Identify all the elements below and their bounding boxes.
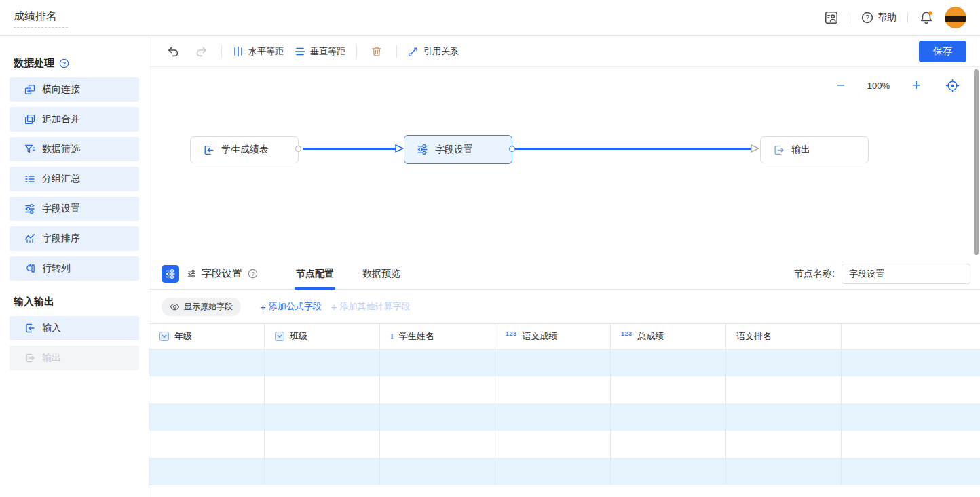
column-header-student-name[interactable]: I 学生姓名 (380, 324, 495, 349)
column-header-class[interactable]: 班级 (265, 324, 380, 349)
column-header-grade[interactable]: 年级 (149, 324, 265, 349)
table-cell (726, 458, 842, 485)
button-label: 引用关系 (423, 45, 459, 58)
vertical-equal-spacing-button[interactable]: 垂直等距 (295, 45, 345, 58)
table-cell (495, 458, 611, 485)
input-icon (24, 323, 35, 334)
item-label: 行转列 (42, 262, 71, 275)
group-summary-icon (24, 174, 35, 184)
table-header-row: 年级 班级 I 学生姓名 123 语文成绩 123 总成绩 (149, 323, 980, 349)
help-button[interactable]: ? 帮助 (861, 12, 897, 24)
add-formula-field-button[interactable]: + 添加公式字段 (260, 300, 322, 313)
tab-data-preview[interactable]: 数据预览 (362, 258, 400, 290)
table-cell (726, 376, 842, 403)
column-header-chinese-score[interactable]: 123 语文成绩 (495, 324, 611, 349)
item-label: 数据筛选 (42, 143, 80, 155)
column-label: 语文成绩 (523, 330, 558, 342)
node-output[interactable]: 输出 (760, 136, 869, 163)
help-label: 帮助 (878, 12, 897, 24)
column-label: 班级 (290, 330, 307, 342)
item-label: 字段排序 (42, 233, 80, 245)
zoom-in-icon[interactable]: + (909, 78, 924, 93)
table-row (149, 403, 980, 431)
sidebar-section-data-processing: 数据处理 ? (14, 57, 139, 70)
table-cell (842, 458, 980, 485)
user-avatar[interactable] (945, 7, 966, 28)
sidebar-item-output: 输出 (10, 346, 139, 370)
panel-title: 字段设置 (202, 267, 242, 280)
document-title[interactable]: 成绩排名 (14, 8, 68, 28)
column-header-total-score[interactable]: 123 总成绩 (611, 324, 726, 349)
sidebar-item-horizontal-join[interactable]: 横向连接 (10, 77, 139, 102)
table-cell (611, 376, 726, 403)
table-cell (611, 403, 726, 431)
row-to-column-icon (24, 263, 35, 274)
table-cell (380, 376, 495, 403)
sidebar-item-data-filter[interactable]: 数据筛选 (10, 137, 139, 161)
table-row (149, 376, 980, 403)
tab-node-config[interactable]: 节点配置 (296, 258, 334, 290)
table-row (149, 431, 980, 458)
table-body (149, 349, 980, 485)
panel-header: 字段设置 ? 节点配置 数据预览 节点名称: (149, 258, 980, 290)
canvas-scrollbar[interactable] (974, 69, 979, 255)
table-cell (842, 431, 980, 458)
toggle-label: 显示原始字段 (184, 301, 233, 313)
text-field-icon: I (390, 331, 394, 342)
dropdown-field-icon (275, 332, 284, 341)
table-cell (842, 349, 980, 376)
topbar-actions: ? 帮助 (824, 7, 966, 28)
node-field-settings[interactable]: 字段设置 (404, 135, 512, 164)
column-label: 年级 (174, 330, 192, 342)
table-footer-filler (149, 485, 980, 496)
table-cell (149, 349, 265, 376)
delete-node-icon[interactable] (368, 43, 385, 60)
divider (221, 45, 222, 58)
show-original-fields-toggle[interactable]: 显示原始字段 (162, 298, 241, 316)
save-button[interactable]: 保存 (919, 41, 966, 62)
undo-icon[interactable] (164, 43, 182, 60)
locate-center-icon[interactable] (945, 79, 960, 93)
item-label: 追加合并 (42, 113, 80, 125)
panel-help-icon[interactable]: ? (248, 269, 258, 279)
redo-icon[interactable] (193, 43, 210, 60)
sidebar-item-input[interactable]: 输入 (10, 316, 139, 340)
table-cell (265, 403, 380, 431)
edge-fieldsettings-to-output (515, 148, 751, 150)
divider (850, 12, 850, 23)
table-cell (265, 376, 380, 403)
add-other-calc-field-button: + 添加其他计算字段 (331, 300, 411, 313)
table-cell (380, 431, 495, 458)
sidebar-item-append-merge[interactable]: 追加合并 (10, 107, 139, 132)
section-help-icon[interactable]: ? (59, 58, 69, 68)
node-name-input[interactable] (842, 264, 970, 284)
horizontal-spacing-icon (233, 46, 244, 57)
directory-icon[interactable] (824, 10, 839, 25)
svg-text:?: ? (62, 60, 66, 67)
zoom-out-icon[interactable]: − (833, 78, 848, 93)
sidebar-item-field-sort[interactable]: 字段排序 (10, 226, 139, 251)
reference-relation-button[interactable]: 引用关系 (408, 45, 459, 58)
column-header-chinese-rank[interactable]: 语文排名 (726, 324, 842, 349)
output-port[interactable] (295, 146, 301, 152)
eye-icon (170, 302, 180, 312)
panel-tabs: 节点配置 数据预览 (296, 258, 400, 290)
flow-canvas[interactable]: − 100% + 学生成绩表 字段设置 (149, 67, 980, 258)
flow-toolbar: 水平等距 垂直等距 引用关系 保存 (149, 36, 980, 67)
table-cell (495, 349, 611, 376)
node-student-score-table[interactable]: 学生成绩表 (190, 136, 299, 163)
button-label: 添加公式字段 (269, 300, 322, 313)
notification-bell-icon[interactable] (919, 10, 934, 25)
horizontal-equal-spacing-button[interactable]: 水平等距 (233, 45, 284, 58)
output-icon (773, 144, 785, 156)
sidebar-item-group-summary[interactable]: 分组汇总 (10, 167, 139, 191)
column-header-empty (842, 324, 980, 349)
table-cell (149, 458, 265, 485)
sidebar-item-field-settings[interactable]: 字段设置 (10, 197, 139, 221)
field-settings-mini-icon (187, 269, 196, 278)
divider (907, 12, 908, 23)
sidebar-item-row-to-column[interactable]: 行转列 (10, 256, 139, 281)
table-cell (611, 458, 726, 485)
output-port[interactable] (509, 146, 515, 152)
node-label: 输出 (791, 144, 810, 156)
